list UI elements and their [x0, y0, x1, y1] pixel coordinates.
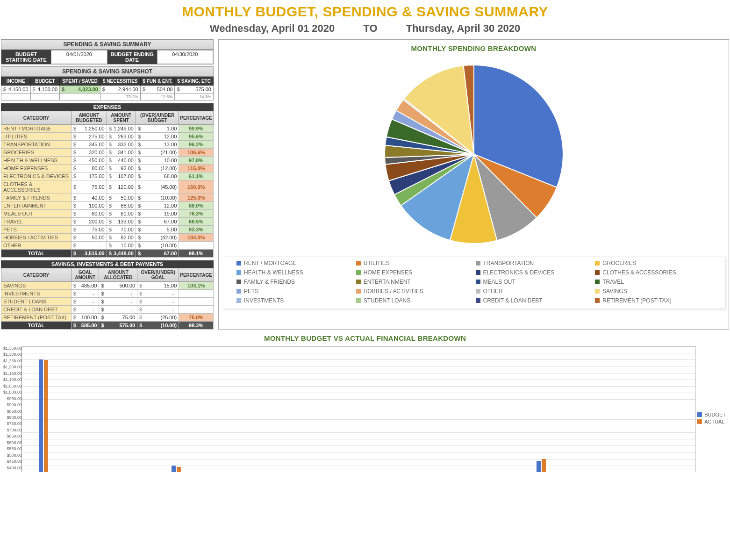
- legend-item: INVESTMENTS: [236, 297, 352, 304]
- bar-group: [591, 346, 624, 472]
- left-panel: SPENDING & SAVING SUMMARY BUDGET STARTIN…: [1, 39, 214, 330]
- legend-swatch: [476, 270, 480, 275]
- money-cell: $(45.00): [136, 180, 179, 194]
- pct-cell: [179, 242, 214, 250]
- bar-budget: [172, 466, 176, 472]
- money-cell: $1,250.00: [72, 125, 107, 133]
- money-cell: $50.00: [72, 234, 107, 242]
- y-tick: $800.00: [1, 416, 22, 422]
- legend-label: RENT / MORTGAGE: [244, 260, 296, 266]
- legend-item: RENT / MORTGAGE: [236, 260, 352, 266]
- pct-cell: 75.0%: [179, 314, 214, 322]
- money-cell: $ -: [99, 290, 137, 298]
- pct-cell: 76.3%: [179, 210, 214, 218]
- legend-item: OTHER: [476, 288, 592, 294]
- legend-label: CREDIT & LOAN DEBT: [483, 297, 543, 304]
- money-cell: $67.00: [136, 250, 179, 258]
- table-row: FAMILY & FRIENDS$40.00$50.00$(10.00)125.…: [1, 194, 214, 202]
- money-cell: $80.00: [72, 165, 107, 172]
- y-tick: $1,350.00: [1, 346, 22, 352]
- legend-item: ELECTRONICS & DEVICES: [476, 269, 592, 276]
- legend-swatch: [236, 270, 241, 275]
- date-range: Wednesday, April 01 2020 TO Thursday, Ap…: [0, 20, 730, 39]
- legend-item: FAMILY & FRIENDS: [236, 279, 352, 285]
- pct-cell: [179, 290, 214, 298]
- table-row: STUDENT LOANS$ - $ - $ -: [1, 298, 214, 306]
- money-cell: $12.00: [136, 202, 179, 210]
- pct-cell: 99.9%: [179, 125, 214, 133]
- legend-item: HOME EXPENSES: [356, 269, 472, 276]
- pct-cell: 61.1%: [179, 172, 214, 180]
- table-row: RETIREMENT (POST-TAX)$100.00$75.00$(25.0…: [1, 314, 214, 322]
- category-cell: HOME EXPENSES: [1, 165, 72, 172]
- bar-group: [226, 346, 259, 472]
- money-cell: $40.00: [72, 194, 107, 202]
- bar-actual: [177, 467, 181, 472]
- bar-group: [657, 346, 690, 472]
- legend-item: MEALS OUT: [476, 279, 592, 285]
- legend-label: OTHER: [483, 288, 503, 294]
- money-cell: $19.00: [136, 210, 179, 218]
- pct-cell: 95.6%: [179, 133, 214, 141]
- bar-budget: [537, 461, 541, 472]
- total-row: TOTAL$3,515.00$3,448.00$67.0098.1%: [1, 250, 214, 258]
- category-cell: TRAVEL: [1, 218, 72, 226]
- legend-label: TRANSPORTATION: [483, 260, 534, 266]
- snapshot-value: $4,150.00: [1, 86, 31, 93]
- legend-label: HEALTH & WELLNESS: [244, 269, 303, 276]
- money-cell: $485.00: [72, 282, 99, 290]
- pct-cell: [179, 298, 214, 306]
- money-cell: $1,249.00: [107, 125, 136, 133]
- money-cell: $ -: [137, 290, 179, 298]
- snapshot-value: $4,023.00: [60, 86, 100, 93]
- bar-group: [558, 346, 591, 472]
- legend-label: HOBBIES / ACTIVITIES: [364, 288, 423, 294]
- money-cell: $585.00: [72, 322, 99, 330]
- money-cell: $200.00: [72, 218, 107, 226]
- y-tick: $550.00: [1, 447, 22, 453]
- pct-cell: 115.0%: [179, 165, 214, 172]
- savings-header: SAVINGS, INVESTMENTS & DEBT PAYMENTS: [1, 260, 214, 268]
- legend-swatch: [356, 261, 361, 266]
- budget-start-label: BUDGET STARTING DATE: [1, 50, 51, 64]
- legend-swatch: [356, 289, 361, 294]
- category-cell: RENT / MORTGAGE: [1, 125, 72, 133]
- pct-cell: 184.0%: [179, 234, 214, 242]
- legend-swatch: [476, 289, 480, 294]
- budget-end-date[interactable]: 04/30/2020: [157, 50, 213, 64]
- money-cell: $120.00: [107, 180, 136, 194]
- summary-header: SPENDING & SAVING SUMMARY: [1, 39, 214, 50]
- y-tick: $1,050.00: [1, 384, 22, 390]
- money-cell: $175.00: [72, 172, 107, 180]
- pie-legend: RENT / MORTGAGEUTILITIESTRANSPORTATIONGR…: [222, 257, 725, 309]
- bar-legend-actual: ACTUAL: [704, 419, 724, 424]
- y-tick: $1,250.00: [1, 359, 22, 365]
- snapshot-col: $ NECESSITIES: [100, 77, 140, 86]
- pct-cell: [179, 306, 214, 314]
- bar-group: [60, 346, 93, 472]
- snapshot-table: INCOMEBUDGETSPENT / SAVED$ NECESSITIES$ …: [1, 77, 214, 101]
- budget-start-date[interactable]: 04/01/2020: [51, 50, 107, 64]
- money-cell: $ -: [137, 298, 179, 306]
- money-cell: $575.00: [99, 322, 137, 330]
- money-cell: $ -: [72, 290, 99, 298]
- pie-panel: MONTHLY SPENDING BREAKDOWN RENT / MORTGA…: [218, 39, 729, 330]
- money-cell: $ -: [72, 298, 99, 306]
- table-row: CREDIT & LOAN DEBT$ - $ - $ -: [1, 306, 214, 314]
- money-cell: $75.00: [72, 180, 107, 194]
- snapshot-col: BUDGET: [30, 77, 60, 86]
- bar-group: [491, 346, 524, 472]
- category-cell: ELECTRONICS & DEVICES: [1, 172, 72, 180]
- legend-label: ENTERTAINMENT: [364, 279, 411, 285]
- money-cell: $(12.00): [136, 165, 179, 172]
- money-cell: $88.00: [107, 202, 136, 210]
- legend-label: STUDENT LOANS: [364, 297, 410, 304]
- money-cell: $10.00: [107, 242, 136, 250]
- pct-cell: 106.6%: [179, 149, 214, 157]
- table-row: RENT / MORTGAGE$1,250.00$1,249.00$1.0099…: [1, 125, 214, 133]
- money-cell: $450.00: [72, 157, 107, 165]
- legend-label: GROCERIES: [602, 260, 636, 266]
- legend-item: HEALTH & WELLNESS: [236, 269, 352, 276]
- money-cell: $275.00: [72, 133, 107, 141]
- table-row: GROCERIES$320.00$341.00$(21.00)106.6%: [1, 149, 214, 157]
